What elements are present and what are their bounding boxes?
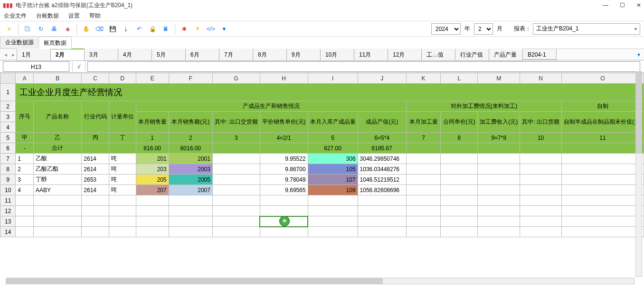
filter-icon[interactable]: ▼ (219, 24, 229, 34)
sheet-tab-16[interactable]: B204-1 (522, 49, 557, 60)
vertical-scrollbar[interactable] (635, 71, 642, 277)
row-header[interactable]: 11 (0, 195, 16, 206)
sheet-tab-15[interactable]: 产品产量 (489, 48, 523, 61)
cell[interactable] (520, 185, 562, 195)
cell[interactable] (441, 154, 478, 164)
cell[interactable] (478, 227, 520, 237)
cell[interactable]: 10 (520, 133, 562, 143)
row-header[interactable]: 5 (0, 133, 16, 143)
report-select[interactable]: 工业生产B204_1 ▾ (533, 23, 640, 35)
cell[interactable]: 丁醇 (33, 175, 81, 185)
cell[interactable] (561, 227, 644, 237)
cell[interactable] (561, 206, 644, 216)
row-header[interactable]: 4 (0, 122, 16, 133)
cell[interactable] (260, 143, 308, 154)
cell[interactable] (406, 143, 440, 154)
col-header[interactable]: A (16, 73, 34, 84)
cell[interactable] (82, 216, 109, 227)
cell[interactable]: 其中: 出口货额 (520, 112, 562, 133)
cell[interactable] (441, 216, 478, 227)
formula-bar[interactable] (87, 61, 640, 72)
cell[interactable]: 8 (441, 133, 478, 143)
cell[interactable]: 5 (308, 133, 358, 143)
cell[interactable]: 627.00 (308, 143, 358, 154)
cell[interactable]: 2 (16, 164, 34, 175)
cell[interactable]: 其中: 出口交货额 (212, 112, 260, 133)
cell[interactable] (561, 185, 644, 195)
hand-icon[interactable]: ✋ (81, 24, 91, 34)
cell[interactable] (478, 206, 520, 216)
cell[interactable] (82, 206, 109, 216)
cell[interactable]: 本月加工量 (406, 112, 440, 133)
close-button[interactable]: ✕ (636, 2, 641, 9)
cell[interactable]: 乙酸 (33, 154, 81, 164)
cell[interactable] (561, 195, 644, 206)
cell[interactable]: 2003 (169, 164, 212, 175)
col-header[interactable]: L (441, 73, 478, 84)
lock-icon[interactable]: 🔒 (147, 24, 158, 34)
undo-icon[interactable]: ↶ (134, 24, 144, 34)
row-header[interactable]: 14 (0, 227, 16, 237)
sheet-tab-4[interactable]: 4月 (118, 48, 152, 61)
sheet-tab-5[interactable]: 5月 (152, 48, 186, 61)
maximize-button[interactable]: ☐ (620, 2, 625, 9)
year-select[interactable]: 2024 (431, 23, 461, 35)
star-icon[interactable]: ✱ (179, 24, 189, 34)
cell[interactable] (169, 227, 212, 237)
cell[interactable]: 计量单位 (109, 101, 136, 133)
cell[interactable]: 平价销售单价(元) (260, 112, 308, 133)
cell[interactable] (520, 175, 562, 185)
cell[interactable]: 11 (561, 133, 644, 143)
sheet-nav-next[interactable]: ▸ (9, 51, 17, 58)
cell[interactable]: 自制 (561, 101, 644, 112)
month-select[interactable]: 2 (474, 23, 493, 35)
selected-cell-H13[interactable] (260, 216, 308, 227)
cell[interactable]: 乙酸乙酯 (33, 164, 81, 175)
cell[interactable] (212, 175, 260, 185)
cell[interactable]: - (16, 143, 34, 154)
cell[interactable]: 3 (212, 133, 260, 143)
cell[interactable] (520, 216, 562, 227)
cell[interactable]: 吨 (109, 175, 136, 185)
row-header[interactable]: 13 (0, 216, 16, 227)
cell[interactable] (260, 206, 308, 216)
cell[interactable] (406, 154, 440, 164)
col-header[interactable]: J (358, 73, 406, 84)
cell[interactable] (82, 195, 109, 206)
cell[interactable]: 吨 (109, 154, 136, 164)
cell[interactable]: 吨 (109, 185, 136, 195)
cell[interactable] (441, 227, 478, 237)
cell[interactable] (478, 185, 520, 195)
cell[interactable] (406, 227, 440, 237)
layers-icon[interactable]: ◈ (62, 24, 73, 34)
cell[interactable]: 3 (16, 175, 34, 185)
cell[interactable] (478, 216, 520, 227)
cell-reference-box[interactable]: H13 (3, 61, 69, 72)
sheet-tab-10[interactable]: 10月 (320, 48, 354, 61)
cell[interactable] (260, 227, 308, 237)
cell[interactable]: 9.78049 (260, 175, 308, 185)
cell[interactable] (308, 206, 358, 216)
col-header[interactable]: C (82, 73, 109, 84)
cell[interactable] (33, 216, 81, 227)
cell[interactable]: 1046.51219512 (358, 175, 406, 185)
col-header[interactable]: B (33, 73, 81, 84)
copy-icon[interactable]: ⿻ (22, 24, 33, 34)
row-header[interactable]: 8 (0, 164, 16, 175)
cell[interactable] (520, 227, 562, 237)
cell[interactable] (16, 195, 34, 206)
cell[interactable] (561, 154, 644, 164)
menu-ledger[interactable]: 台账数据 (34, 11, 61, 21)
cell[interactable]: 4 (16, 185, 34, 195)
cell[interactable] (212, 143, 260, 154)
col-header[interactable]: E (136, 73, 169, 84)
cell[interactable]: 9.95522 (260, 154, 308, 164)
sheet-tab-overflow[interactable]: ▾ (634, 51, 644, 58)
cell[interactable] (441, 185, 478, 195)
cell[interactable]: 1056.82608696 (358, 185, 406, 195)
cell[interactable]: 合计 (33, 143, 81, 154)
cell[interactable]: 丁 (109, 133, 136, 143)
menu-help[interactable]: 帮助 (87, 11, 103, 21)
cell[interactable]: 2614 (82, 164, 109, 175)
cell[interactable]: 6185.67 (358, 143, 406, 154)
